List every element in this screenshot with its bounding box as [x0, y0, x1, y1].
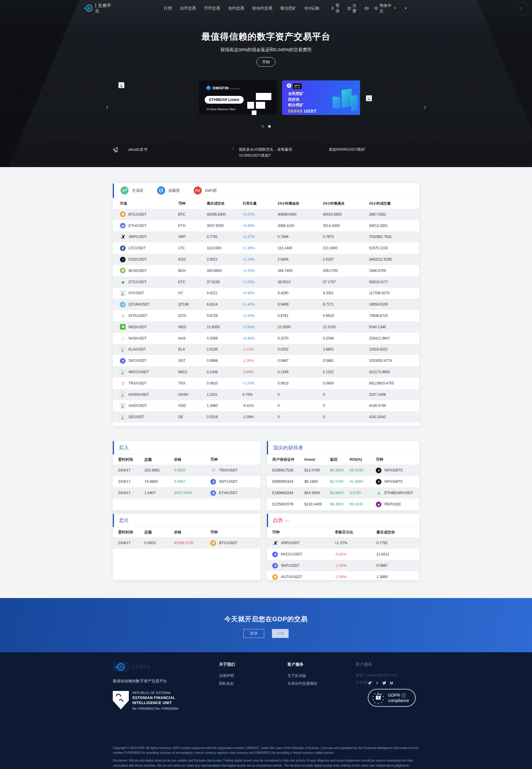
tab-innovation[interactable]: 创新区: [157, 186, 180, 195]
pair-label: XRP/USDT: [129, 235, 147, 239]
low-24h: 3086.1100: [278, 224, 323, 228]
nav-item[interactable]: 锁仓挖矿: [280, 6, 296, 11]
nav-item[interactable]: 法币交易: [180, 6, 196, 11]
ticker-link[interactable]: 奖励50000USDT规则: [329, 146, 364, 158]
column-header: Invest: [304, 457, 330, 462]
nav-item[interactable]: 合约交易: [228, 6, 244, 11]
return-amount: $2.8900: [330, 491, 350, 495]
coin-code: ELA: [178, 347, 207, 351]
market-row[interactable]: AGD/USDT AGD 1.3460 -0.41% 0 0 4138.3749: [113, 400, 419, 412]
low-24h: 38.5510: [278, 280, 323, 284]
carousel-dot-active[interactable]: [268, 125, 271, 128]
pair-label: QTUM/USDT: [129, 302, 150, 307]
daily-change: -0.60%: [242, 370, 278, 374]
return-amount: $8.3800: [330, 468, 350, 472]
nav-item[interactable]: 行情: [164, 6, 172, 11]
market-row[interactable]: N NEO/USDT NEO 21.6000 +2.56% 22.0500 21…: [113, 321, 419, 333]
daily-change: +0.69%: [242, 224, 278, 228]
volume-24h: 117336.9275: [369, 291, 412, 295]
carousel-dots: [0, 125, 532, 128]
market-row[interactable]: ◇ NAS/USDT NAS 0.2056 +0.88% 0.2070 0.20…: [113, 333, 419, 344]
ticker-link[interactable]: 期权多头VS期权空头，谁将赢得10,000USDT/奖励?: [239, 146, 310, 158]
market-row[interactable]: ◇ EOS/USDT EOS 2.6021 +2.28% 2.6845 2.51…: [113, 254, 419, 265]
login-link[interactable]: 登录: [331, 3, 342, 14]
column-header: 币种: [376, 457, 414, 462]
start-button[interactable]: 开始: [256, 57, 276, 67]
volume-24h: 3207.2406: [369, 393, 412, 397]
register-link[interactable]: 注册: [348, 3, 359, 14]
volume-24h: 34013.3351: [369, 224, 412, 228]
footer-link[interactable]: 法律声明: [219, 672, 287, 680]
footer-link[interactable]: 永续合约交易规则: [287, 680, 356, 687]
market-row[interactable]: ELA/USDT ELA 2.9135 -2.10% 3.0202 2.8602…: [113, 344, 419, 355]
nav-item[interactable]: IEO认购: [304, 6, 319, 11]
column-header: 总额: [144, 530, 174, 535]
tab-mainstream[interactable]: 主流区: [121, 186, 143, 195]
carousel-prev-arrow[interactable]: ‹: [106, 103, 109, 111]
market-row[interactable]: B BTC/USDT BTC 40295.6300 +0.57% 40696.6…: [113, 209, 419, 220]
cta-register-button[interactable]: 注册: [272, 629, 289, 638]
brand-logo[interactable]: B | 交易平台: [86, 3, 113, 14]
carousel-dot[interactable]: [262, 125, 264, 128]
pair-label: ETH/USDT: [219, 491, 238, 495]
invest-amount: $12.0700: [304, 468, 330, 472]
market-row[interactable]: S SNT/USDT SNT 0.0666 -1.30% 0.0687 0.06…: [113, 355, 419, 366]
order-time: 2/04/17: [118, 479, 144, 484]
coin-icon: B: [120, 212, 126, 217]
pair-label: ELA/USDT: [129, 347, 146, 351]
market-row[interactable]: ∴ IOTA/USDT IOTA 0.6728 +1.54% 0.6781 0.…: [113, 310, 419, 321]
coin-code: ETH: [178, 224, 207, 228]
banner-omgfin[interactable]: OMGFIN EXCHANGE ETHBEAR Listed 3X Short …: [199, 80, 277, 115]
market-row[interactable]: DE/USDT DE 0.0319 -1.09% 0 0 4241.8343: [113, 411, 419, 423]
daily-change: -2.10%: [242, 347, 278, 351]
market-row[interactable]: B BCH/USDT BCH 343.9800 +1.20% 345.7400 …: [113, 265, 419, 276]
market-row[interactable]: WICC/USDT WICC 0.1336 -0.60% 0.1345 0.13…: [113, 366, 419, 378]
nav-item[interactable]: 币币交易: [204, 6, 220, 11]
trend-title-suffix: +-: [285, 518, 290, 523]
twitter-icon[interactable]: [382, 681, 387, 685]
cta-login-button[interactable]: 登录: [243, 629, 264, 638]
announcement-speaker-icon[interactable]: [364, 6, 369, 11]
low-24h: 0.1345: [278, 370, 323, 374]
nav-item[interactable]: 秒合约交易: [252, 6, 273, 11]
telegram-icon[interactable]: [368, 681, 372, 685]
tab-defi[interactable]: DeFi区: [194, 186, 217, 195]
language-selector[interactable]: 简体中文 ▼: [374, 3, 396, 14]
last-price: 1.3460: [207, 404, 242, 408]
volume-24h: 11619.4322: [369, 347, 412, 351]
market-row[interactable]: HT/USDT HT 9.4221 +0.95% 9.4290 9.3301 1…: [113, 288, 419, 299]
market-row[interactable]: ◆ ETC/USDT ETC 37.6235 +1.05% 38.5510 37…: [113, 276, 419, 288]
market-row[interactable]: ◆ ETH/USDT ETH 3037.9200 +0.69% 3086.110…: [113, 220, 419, 232]
last-price: 0.1336: [207, 370, 242, 374]
carousel-next-arrow[interactable]: ›: [424, 103, 426, 111]
high-24h: 0.0609: [323, 381, 369, 385]
cta-title: 今天就开启您在GDP的交易: [0, 598, 532, 624]
coin-icon: [120, 347, 126, 352]
coin-icon: ◆: [120, 223, 126, 229]
extra-dropdown-icon[interactable]: ▼: [404, 7, 407, 10]
hero-section: B | 交易平台 行情法币交易币币交易合约交易秒合约交易锁仓挖矿IEO认购 登录…: [0, 0, 532, 167]
last-price: 1.3883: [376, 575, 414, 579]
market-row[interactable]: Ł LTC/USDT LTC 113.0300 +1.35% 115.1400 …: [113, 243, 419, 254]
facebook-icon[interactable]: f: [375, 681, 379, 685]
banner-mining[interactable]: $ game挖矿全球 全民挖矿 拉好友 积分挖矿 50000USDT: [282, 80, 360, 115]
tab-label: 主流区: [132, 188, 143, 193]
daily-change: +1.35%: [242, 246, 278, 250]
ticker-link[interactable]: ailuo白皮书: [128, 146, 147, 158]
market-row[interactable]: HASH/USDT HASH 1.0101 0.75% 0 0 3207.240…: [113, 389, 419, 400]
market-row[interactable]: Q QTUM/USDT QTUM 6.8114 +1.40% 6.9499 6.…: [113, 299, 419, 310]
pair-label: IOTA/USDT: [129, 314, 147, 318]
footer-link[interactable]: 隐私条款: [219, 680, 287, 687]
market-row[interactable]: ▽ TRX/USDT TRX 0.0620 +1.00% 0.0623 0.06…: [113, 378, 419, 389]
high-24h: 40010.8900: [323, 213, 369, 217]
high-24h: 0: [323, 415, 369, 419]
column-header: ROI(%): [350, 457, 376, 462]
footer-link[interactable]: 关于反洗钱: [287, 672, 356, 680]
column-header: 最后成交价: [376, 530, 414, 535]
coin-code: NEO: [178, 325, 207, 329]
user-id: E335917526: [272, 468, 304, 472]
market-row[interactable]: X XRP/USDT XRP 0.7791 +1.37% 0.7846 0.76…: [113, 232, 419, 243]
medium-icon[interactable]: M: [389, 681, 394, 685]
order-time: 2/04/17: [118, 541, 144, 545]
coin-icon: X: [272, 540, 278, 546]
